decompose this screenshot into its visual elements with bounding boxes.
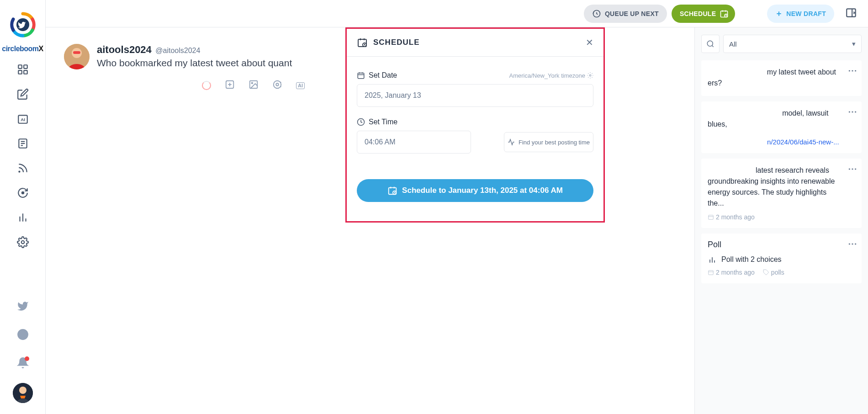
panel-toggle-icon[interactable] xyxy=(845,7,857,21)
draft-menu-icon[interactable]: ⋯ xyxy=(848,106,858,117)
calendar-icon xyxy=(357,37,368,48)
composer-display-name: aitools2024 xyxy=(97,44,152,55)
svg-rect-55 xyxy=(358,73,364,79)
draft-text: Who bookmarked my latest tweet about ers… xyxy=(708,67,855,89)
timezone-link[interactable]: America/New_York timezone xyxy=(509,72,593,79)
filter-select[interactable]: All ▾ xyxy=(723,35,862,53)
draft-item[interactable]: ⋯ Big news! Our latest research reveals … xyxy=(701,159,862,228)
time-input[interactable]: 04:06 AM xyxy=(357,131,471,154)
date-icon xyxy=(357,71,365,80)
search-button[interactable] xyxy=(701,35,720,53)
add-media-icon[interactable] xyxy=(225,80,235,91)
queue-label: QUEUE UP NEXT xyxy=(605,10,659,17)
rss-icon[interactable] xyxy=(15,160,31,176)
svg-rect-1 xyxy=(18,65,22,69)
new-draft-button[interactable]: NEW DRAFT xyxy=(767,5,834,23)
queue-up-next-button[interactable]: QUEUE UP NEXT xyxy=(584,5,667,23)
composer-handle: @aitools2024 xyxy=(155,47,200,54)
draft-link: https://www.domainn/2024/06/dai45-new-..… xyxy=(708,138,855,146)
loading-spinner-icon xyxy=(202,81,211,90)
compose-icon[interactable] xyxy=(15,86,31,102)
svg-rect-4 xyxy=(24,70,27,74)
svg-point-41 xyxy=(707,41,713,46)
settings-icon[interactable] xyxy=(15,234,31,250)
brand-name: circleboomX xyxy=(2,45,43,53)
analytics-icon[interactable] xyxy=(15,209,31,226)
draft-menu-icon[interactable]: ⋯ xyxy=(848,65,858,76)
schedule-submit-button[interactable]: Schedule to January 13th, 2025 at 04:06 … xyxy=(357,179,593,202)
svg-rect-2 xyxy=(24,65,27,69)
draft-timestamp: 2 months ago xyxy=(708,269,755,276)
draft-menu-icon[interactable]: ⋯ xyxy=(848,238,858,249)
refresh-icon[interactable] xyxy=(15,185,31,201)
svg-point-12 xyxy=(21,192,23,194)
image-icon[interactable] xyxy=(249,80,259,91)
user-avatar[interactable] xyxy=(13,383,33,403)
svg-point-59 xyxy=(589,74,591,76)
svg-rect-3 xyxy=(18,70,22,74)
set-date-label: Set Date xyxy=(369,71,397,80)
svg-point-39 xyxy=(274,81,281,89)
draft-menu-icon[interactable]: ⋯ xyxy=(848,163,858,174)
schedule-button[interactable]: SCHEDULE xyxy=(672,5,735,23)
draft-item[interactable]: ⋯ Poll Poll with 2 choices 2 months ago … xyxy=(701,234,862,283)
set-time-label: Set Time xyxy=(369,118,397,126)
svg-line-42 xyxy=(712,45,713,47)
svg-point-11 xyxy=(19,171,20,172)
schedule-label: SCHEDULE xyxy=(680,10,716,17)
gif-icon[interactable] xyxy=(272,80,282,91)
ai-icon[interactable]: AI xyxy=(15,111,31,127)
draft-timestamp: 2 months ago xyxy=(708,213,755,221)
sidebar: circleboomX AI xyxy=(0,0,46,414)
topbar: QUEUE UP NEXT SCHEDULE NEW DRAFT xyxy=(46,0,868,27)
svg-text:AI: AI xyxy=(21,117,25,122)
close-icon[interactable]: ✕ xyxy=(586,37,593,48)
svg-rect-33 xyxy=(73,51,80,54)
twitter-icon[interactable] xyxy=(15,298,31,314)
find-best-time-button[interactable]: Find your best posting time xyxy=(504,132,593,152)
composer-avatar xyxy=(64,44,90,69)
logo xyxy=(6,8,39,41)
svg-point-38 xyxy=(251,82,253,84)
new-draft-label: NEW DRAFT xyxy=(786,10,826,17)
svg-point-40 xyxy=(276,83,279,86)
info-icon[interactable] xyxy=(15,326,31,343)
document-icon[interactable] xyxy=(15,135,31,152)
svg-point-21 xyxy=(19,387,26,394)
draft-text: Big news! Our latest research reveals gr… xyxy=(708,165,855,209)
popup-title: SCHEDULE xyxy=(373,38,420,47)
schedule-popup: SCHEDULE ✕ Set Date America/New_York tim… xyxy=(345,27,605,223)
clock-icon xyxy=(357,118,365,126)
filter-value: All xyxy=(729,40,737,48)
dashboard-icon[interactable] xyxy=(15,61,31,78)
draft-text: DeepMind's new proto model, lawsuit blue… xyxy=(708,108,855,130)
svg-rect-48 xyxy=(709,271,714,275)
poll-info: Poll with 2 choices xyxy=(708,255,855,264)
svg-rect-43 xyxy=(709,215,714,219)
draft-item[interactable]: ⋯ DeepMind's new proto model, lawsuit bl… xyxy=(701,101,862,153)
draft-title: Poll xyxy=(708,240,855,249)
ai-assist-icon[interactable]: AI xyxy=(296,82,305,89)
notifications-icon[interactable] xyxy=(15,355,31,371)
date-input[interactable]: 2025, January 13 xyxy=(357,84,593,107)
drafts-panel: All ▾ ⋯ Who bookmarked my latest tweet a… xyxy=(694,27,868,414)
draft-item[interactable]: ⋯ Who bookmarked my latest tweet about e… xyxy=(701,60,862,96)
draft-tag: polls xyxy=(763,269,784,276)
svg-point-16 xyxy=(21,241,24,244)
